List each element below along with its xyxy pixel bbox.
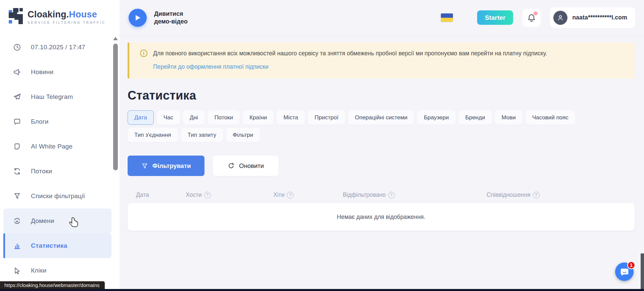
filter-tabs-row-2: Тип з'єднання Тип запиту Фільтри [128, 128, 635, 142]
window-edge [641, 253, 644, 289]
column-header-ratio: Співвідношення ? [487, 191, 635, 198]
page-icon [13, 142, 21, 151]
tab-operating-systems[interactable]: Операційні системи [348, 110, 414, 125]
chat-widget-icon [619, 267, 630, 277]
warning-icon: ! [140, 50, 147, 57]
chat-unread-badge: 1 [627, 261, 635, 269]
user-email: naata**********l.com [572, 14, 627, 21]
notification-dot [534, 11, 538, 15]
subscription-link[interactable]: Перейти до оформлення платної підписки [153, 63, 268, 70]
tab-connection-type[interactable]: Тип з'єднання [128, 128, 178, 142]
sidebar-item-label: Наш Telegram [31, 93, 73, 101]
scrollbar-up-arrow[interactable] [113, 37, 118, 40]
play-icon [134, 14, 141, 22]
sidebar-item-label: Потоки [31, 168, 52, 175]
clock-icon [13, 43, 21, 52]
sidebar-item-label: AI White Page [31, 143, 73, 150]
refresh-button[interactable]: Оновити [213, 156, 279, 176]
filter-button[interactable]: Фільтрувати [128, 156, 204, 176]
actions-row: Фільтрувати Оновити [128, 156, 635, 176]
funnel-icon [13, 192, 21, 200]
webmaster-icon: w [13, 217, 21, 225]
help-icon[interactable]: ? [533, 192, 540, 198]
banner-message: Для повного використання всіх можливосте… [153, 49, 547, 58]
column-header-filtered: Відфільтровано ? [343, 191, 487, 198]
tab-filters[interactable]: Фільтри [226, 128, 260, 142]
scrollbar-thumb[interactable] [113, 44, 118, 170]
sidebar-item-label: Кліки [31, 267, 46, 274]
chat-bubble-icon [13, 117, 21, 126]
stats-table-header: Дата Хости ? Хіти ? Відфільтровано ? Спі… [128, 191, 635, 198]
page-title: Статистика [128, 89, 635, 103]
trial-warning-banner: ! Для повного використання всіх можливос… [128, 43, 635, 78]
link-status-bar: https://cloaking.house/webmaster/domains [0, 281, 105, 289]
column-header-hosts: Хости ? [186, 191, 273, 198]
bar-chart-icon [13, 241, 21, 250]
window-bottom-edge [0, 289, 644, 291]
sidebar-item-label: Домени [31, 217, 54, 225]
sidebar-scrollbar[interactable] [113, 36, 118, 288]
sidebar-item-label: Статистика [31, 242, 67, 249]
app-window: Cloaking.House SERVICE FILTERING TRAFFIC… [0, 0, 644, 291]
megaphone-icon [13, 68, 21, 76]
top-header: Дивитися демо-відео Starter naata*** [120, 0, 644, 36]
tab-timezone[interactable]: Часовий пояс [525, 110, 575, 125]
sidebar-item-telegram[interactable]: Наш Telegram [3, 84, 111, 109]
tab-streams[interactable]: Потоки [208, 110, 240, 125]
brand-logo[interactable]: Cloaking.House SERVICE FILTERING TRAFFIC [0, 0, 120, 25]
demo-video-label[interactable]: Дивитися демо-відео [154, 10, 201, 25]
paper-plane-icon [13, 93, 21, 101]
sidebar-item-clicks[interactable]: Кліки [3, 258, 111, 283]
sidebar-item-domains[interactable]: w Домени [3, 209, 111, 233]
funnel-icon [141, 163, 148, 169]
tab-countries[interactable]: Країни [243, 110, 274, 125]
svg-text:w: w [15, 220, 18, 223]
sync-icon [13, 167, 21, 176]
refresh-icon [228, 162, 235, 169]
avatar [553, 11, 567, 25]
empty-state-card: Немає даних для відображення. [128, 203, 635, 231]
tab-days[interactable]: Дні [183, 110, 205, 125]
notifications-button[interactable] [522, 9, 541, 27]
sidebar-nav: 07.10.2025 / 17:47 Новини Наш Telegram Б… [0, 35, 120, 283]
tab-date[interactable]: Дата [128, 110, 154, 125]
help-icon[interactable]: ? [204, 192, 211, 198]
sidebar-item-news[interactable]: Новини [3, 60, 111, 84]
brand-tagline: SERVICE FILTERING TRAFFIC [28, 21, 106, 24]
mouse-hand-cursor-icon [69, 217, 79, 229]
tab-cities[interactable]: Міста [277, 110, 305, 125]
filter-tabs-row-1: Дата Час Дні Потоки Країни Міста Пристро… [128, 110, 635, 125]
sidebar-item-blogs[interactable]: Блоги [3, 109, 111, 134]
tab-browsers[interactable]: Браузери [417, 110, 455, 125]
empty-state-text: Немає даних для відображення. [337, 214, 425, 221]
help-icon[interactable]: ? [388, 192, 395, 198]
sidebar-item-label: Блоги [31, 118, 49, 125]
brand-logo-icon [9, 8, 23, 25]
tab-devices[interactable]: Пристрої [308, 110, 345, 125]
sidebar-item-streams[interactable]: Потоки [3, 159, 111, 184]
sidebar: Cloaking.House SERVICE FILTERING TRAFFIC… [0, 0, 120, 291]
tab-time[interactable]: Час [157, 110, 180, 125]
column-header-date: Дата [128, 191, 186, 198]
help-icon[interactable]: ? [287, 192, 293, 198]
sidebar-item-label: 07.10.2025 / 17:47 [31, 44, 85, 51]
chat-widget-button[interactable]: 1 [615, 263, 634, 281]
main-content: ! Для повного використання всіх можливос… [120, 36, 644, 291]
user-account-button[interactable]: naata**********l.com [550, 7, 635, 28]
play-demo-button[interactable] [129, 9, 147, 27]
tab-languages[interactable]: Мови [495, 110, 522, 125]
brand-name: Cloaking.House [28, 9, 97, 19]
tab-request-type[interactable]: Тип запиту [181, 128, 223, 142]
sidebar-item-datetime[interactable]: 07.10.2025 / 17:47 [3, 35, 111, 60]
plan-starter-button[interactable]: Starter [477, 10, 513, 25]
sidebar-item-ai-white-page[interactable]: AI White Page [3, 134, 111, 159]
sidebar-item-label: Списки фільтрації [31, 192, 85, 200]
tab-brands[interactable]: Бренди [459, 110, 492, 125]
cursor-arrow-icon [13, 266, 21, 275]
sidebar-item-statistics[interactable]: Статистика [3, 233, 111, 258]
sidebar-item-filter-lists[interactable]: Списки фільтрації [3, 184, 111, 209]
column-header-hits: Хіти ? [273, 191, 343, 198]
person-icon [556, 14, 564, 22]
language-flag-ukraine[interactable] [441, 13, 453, 22]
sidebar-item-label: Новини [31, 68, 53, 76]
